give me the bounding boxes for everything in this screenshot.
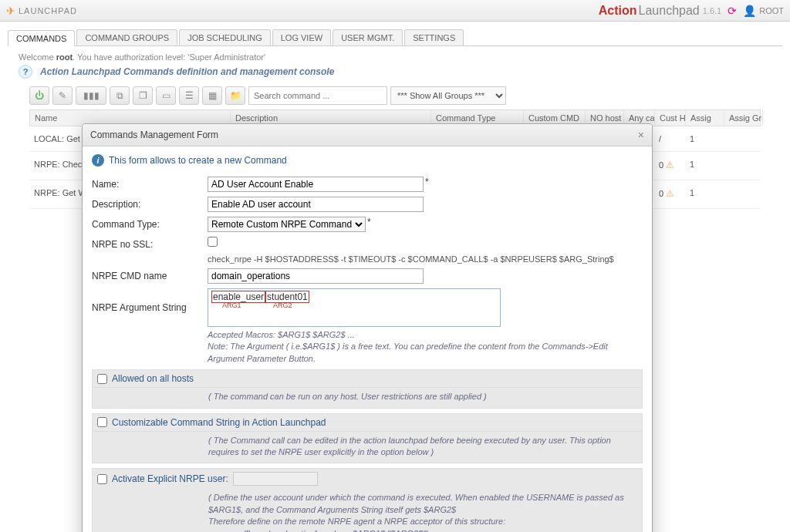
- user-name: ROOT: [759, 6, 784, 15]
- tab-log-view[interactable]: LOG VIEW: [272, 29, 331, 45]
- toolbar-columns-button[interactable]: ▮▮▮: [76, 86, 106, 105]
- name-input[interactable]: [208, 177, 424, 192]
- commands-management-modal: Commands Management Form × i This form a…: [82, 123, 653, 532]
- tab-commands[interactable]: COMMANDS: [8, 30, 75, 46]
- modal-title: Commands Management Form: [90, 130, 218, 140]
- customizable-label: Customizable Command String in Action La…: [112, 417, 326, 428]
- arg-string-input[interactable]: enable_userstudent01 ARG1 ARG2: [208, 288, 501, 327]
- tab-command-groups[interactable]: COMMAND GROUPS: [76, 29, 177, 45]
- label-arg-string: NRPE Argument String: [92, 288, 208, 313]
- col-assig[interactable]: Assig: [686, 110, 724, 126]
- explicit-label: Activate Explicit NRPE user:: [112, 473, 228, 484]
- label-name: Name:: [92, 177, 208, 190]
- toolbar: ⏻ ✎ ▮▮▮ ⧉ ❐ ▭ ☰ ▦ 📁 *** Show All Groups …: [19, 85, 771, 109]
- col-cust-hosts[interactable]: Cust Hosts: [655, 110, 686, 126]
- label-command-type: Command Type:: [92, 217, 208, 230]
- cell-cust: 0 ⚠: [654, 180, 685, 208]
- refresh-icon[interactable]: ⟳: [728, 5, 737, 17]
- toolbar-power-button[interactable]: ⏻: [29, 86, 49, 105]
- group-filter-select[interactable]: *** Show All Groups ***: [390, 86, 506, 105]
- warn-icon: ⚠: [666, 160, 674, 170]
- arg1-label: ARG1: [222, 301, 241, 309]
- tab-strip: COMMANDS COMMAND GROUPS JOB SCHEDULING L…: [0, 22, 790, 45]
- explicit-desc: ( Define the user account under which th…: [92, 489, 643, 532]
- modal-titlebar[interactable]: Commands Management Form ×: [83, 124, 652, 146]
- explicit-user-input[interactable]: [233, 472, 318, 486]
- label-no-ssl: NRPE no SSL:: [92, 237, 208, 250]
- label-cmd-name: NRPE CMD name: [92, 268, 208, 281]
- console-header: ? Action Launchpad Commands definition a…: [19, 63, 771, 85]
- user-icon: 👤: [743, 5, 756, 17]
- info-icon: i: [92, 154, 104, 167]
- toolbar-folder-button[interactable]: 📁: [225, 86, 245, 105]
- cell-cust: 0 ⚠: [654, 152, 685, 180]
- brand-launchpad: Launchpad: [639, 4, 700, 18]
- cell-assig: 1: [685, 152, 724, 180]
- brand-action: Action: [599, 4, 637, 18]
- toolbar-list-button[interactable]: ☰: [179, 86, 199, 105]
- top-bar: ✈ LAUNCHPAD Action Launchpad 1.6.1 ⟳ 👤 R…: [0, 0, 790, 22]
- warn-icon: ⚠: [666, 188, 674, 199]
- toolbar-layers-button[interactable]: ❐: [133, 86, 153, 105]
- tab-user-mgmt[interactable]: USER MGMT.: [333, 29, 403, 45]
- console-title: Action Launchpad Commands definition and…: [40, 66, 334, 77]
- user-info[interactable]: 👤 ROOT: [743, 5, 784, 17]
- cell-assig: 1: [685, 126, 724, 151]
- modal-body: i This form allows to create a new Comma…: [83, 146, 652, 532]
- toolbar-grid-button[interactable]: ▦: [202, 86, 222, 105]
- allowed-section: Allowed on all hosts: [92, 369, 643, 388]
- version: 1.6.1: [703, 6, 721, 15]
- arg2-label: ARG2: [273, 301, 292, 309]
- customizable-section: Customizable Command String in Action La…: [92, 413, 643, 432]
- toolbar-copy-button[interactable]: ⧉: [110, 86, 130, 105]
- app-title: LAUNCHPAD: [19, 6, 77, 15]
- search-input[interactable]: [248, 86, 387, 105]
- label-description: Description:: [92, 197, 208, 210]
- close-icon[interactable]: ×: [638, 129, 644, 141]
- rocket-icon: ✈: [6, 5, 15, 17]
- explicit-checkbox[interactable]: [97, 474, 107, 484]
- modal-info: i This form allows to create a new Comma…: [92, 153, 643, 174]
- modal-info-text: This form allows to create a new Command: [109, 155, 287, 166]
- cell-assig: 1: [685, 180, 724, 208]
- command-type-select[interactable]: Remote Custom NRPE Command: [208, 217, 366, 232]
- tab-settings[interactable]: SETTINGS: [404, 29, 464, 45]
- allowed-checkbox[interactable]: [97, 374, 107, 384]
- toolbar-window-button[interactable]: ▭: [156, 86, 176, 105]
- cell-cust: /: [654, 126, 685, 151]
- cmd-name-input[interactable]: [208, 268, 424, 284]
- welcome-text: Welcome root. You have authorization lev…: [19, 49, 771, 63]
- allowed-desc: ( The command can be run on any host. Us…: [92, 388, 643, 408]
- customizable-desc: ( The Command call can be edited in the …: [92, 432, 643, 464]
- arg-hint: Accepted Macros: $ARG1$ $ARG2$ ... Note:…: [92, 329, 643, 365]
- command-line-text: check_nrpe -H $HOSTADDRESS$ -t $TIMEOUT$…: [92, 252, 643, 266]
- help-icon[interactable]: ?: [19, 65, 32, 79]
- allowed-label: Allowed on all hosts: [112, 373, 194, 384]
- no-ssl-checkbox[interactable]: [208, 237, 218, 247]
- col-assig-groups[interactable]: Assig Groups: [724, 110, 763, 126]
- description-input[interactable]: [208, 197, 424, 212]
- toolbar-edit-button[interactable]: ✎: [52, 86, 73, 105]
- explicit-section: Activate Explicit NRPE user:: [92, 468, 643, 489]
- tab-job-scheduling[interactable]: JOB SCHEDULING: [179, 29, 271, 45]
- customizable-checkbox[interactable]: [97, 417, 107, 427]
